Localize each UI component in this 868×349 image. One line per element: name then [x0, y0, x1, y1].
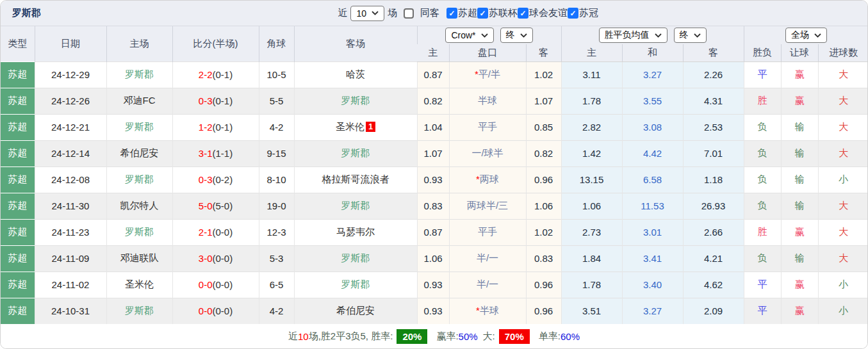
handicap-cell: *半球	[449, 298, 526, 324]
header-away: 客场	[294, 26, 417, 61]
away-team: 罗斯郡	[294, 140, 417, 166]
home-odds: 0.87	[417, 219, 449, 245]
date-cell: 24-10-31	[35, 298, 106, 324]
league-cell: 苏超	[1, 193, 35, 219]
score-cell: 5-0(5-0)	[172, 193, 259, 219]
avg-draw-odds: 4.42	[622, 140, 683, 166]
scope-select[interactable]: 全场	[785, 28, 827, 43]
recent-label: 近	[338, 7, 347, 19]
avg-away-odds: 26.93	[683, 193, 744, 219]
subheader-avg-away: 客	[683, 44, 744, 61]
star-icon: *	[476, 305, 480, 316]
handicap-result: 输	[781, 245, 818, 272]
home-team: 罗斯郡	[106, 114, 172, 140]
match-row: 苏超24-11-09邓迪联队3-0(0-0)5-3罗斯郡1.06半/一0.831…	[1, 245, 868, 272]
odds-time-select[interactable]: 终	[500, 28, 533, 43]
match-row: 苏超24-10-31罗斯郡0-0(0-0)4-2希伯尼安0.93*半球0.963…	[1, 298, 868, 324]
avg-away-odds: 1.18	[683, 166, 744, 193]
home-team: 希伯尼安	[106, 140, 172, 166]
home-odds: 0.93	[417, 298, 449, 324]
match-row: 苏超24-12-08罗斯郡0-3(0-2)8-10格拉斯哥流浪者0.93*两球0…	[1, 166, 868, 193]
home-odds: 0.93	[417, 272, 449, 298]
subheader-avg-home: 主	[561, 44, 622, 61]
league-cell: 苏超	[1, 114, 35, 140]
chevron-down-icon	[372, 11, 379, 15]
wdl-result: 平	[744, 298, 781, 324]
league-checkbox[interactable]: ✓	[477, 8, 488, 19]
home-team: 罗斯郡	[106, 298, 172, 324]
score-cell: 2-2(0-1)	[172, 61, 259, 88]
filter-controls: 近 10 场 同客 ✓苏超✓苏联杯✓球会友谊✓苏冠	[334, 6, 598, 21]
league-cell: 苏超	[1, 219, 35, 245]
away-team: 罗斯郡	[294, 245, 417, 272]
league-checkbox[interactable]: ✓	[518, 8, 528, 19]
avg-away-odds: 2.66	[683, 219, 744, 245]
corners-cell: 4-2	[259, 114, 294, 140]
chevron-down-icon	[520, 33, 527, 38]
win-rate-badge: 20%	[397, 329, 427, 344]
match-row: 苏超24-11-02圣米伦0-0(0-0)6-5罗斯郡0.93半/一0.961.…	[1, 272, 868, 298]
avg-type-select[interactable]: 胜平负均值	[599, 28, 667, 43]
avg-draw-odds: 3.27	[622, 61, 683, 88]
match-row: 苏超24-12-29罗斯郡2-2(0-1)10-5哈茨0.87*平/半1.023…	[1, 61, 868, 88]
score-cell: 3-0(0-0)	[172, 245, 259, 272]
recent-count-select[interactable]: 10	[350, 6, 384, 21]
header-home: 主场	[106, 26, 172, 61]
single-rate-label: 单率:	[539, 330, 561, 343]
bookmaker-select[interactable]: Crow*	[445, 28, 493, 43]
league-checkbox[interactable]: ✓	[446, 8, 457, 19]
subheader-wdl: 胜负	[744, 44, 781, 61]
odds-rate-value: 50%	[459, 331, 478, 342]
home-odds: 0.93	[417, 166, 449, 193]
goals-result: 小	[818, 166, 868, 193]
home-team: 罗斯郡	[106, 219, 172, 245]
big-rate-badge: 70%	[499, 329, 530, 344]
header-score: 比分(半场)	[172, 26, 259, 61]
chevron-down-icon	[814, 33, 821, 38]
score-cell: 0-3(0-1)	[172, 88, 259, 114]
corners-cell: 9-15	[259, 140, 294, 166]
home-team: 罗斯郡	[106, 61, 172, 88]
goals-result: 大	[818, 88, 868, 114]
date-cell: 24-12-14	[35, 140, 106, 166]
avg-home-odds: 1.06	[561, 193, 622, 219]
goals-result: 小	[818, 272, 868, 298]
date-cell: 24-12-21	[35, 114, 106, 140]
away-team: 圣米伦1	[294, 114, 417, 140]
avg-away-odds: 7.01	[683, 140, 744, 166]
goals-result: 小	[818, 298, 868, 324]
league-checkbox[interactable]: ✓	[568, 8, 578, 19]
goals-result: 大	[818, 61, 868, 88]
avg-away-odds: 4.21	[683, 245, 744, 272]
avg-away-odds: 4.31	[683, 88, 744, 114]
score-cell: 0-0(0-0)	[172, 272, 259, 298]
wdl-result: 平	[744, 272, 781, 298]
corners-cell: 19-0	[259, 193, 294, 219]
home-odds: 1.04	[417, 114, 449, 140]
handicap-result: 输	[781, 166, 818, 193]
away-odds: 0.85	[526, 114, 561, 140]
avg-home-odds: 13.15	[561, 166, 622, 193]
score-cell: 0-0(0-0)	[172, 298, 259, 324]
league-cell: 苏超	[1, 140, 35, 166]
home-team: 邓迪FC	[106, 88, 172, 114]
home-odds: 1.06	[417, 245, 449, 272]
wdl-result: 胜	[744, 88, 781, 114]
league-filter-group: ✓苏超✓苏联杯✓球会友谊✓苏冠	[446, 7, 598, 19]
chevron-down-icon	[694, 33, 701, 38]
avg-draw-odds: 3.27	[622, 298, 683, 324]
handicap-result: 赢	[781, 88, 818, 114]
avg-group-header: 胜平负均值 终	[561, 26, 744, 44]
avg-home-odds: 3.51	[561, 298, 622, 324]
corners-cell: 4-2	[259, 298, 294, 324]
avg-draw-odds: 11.53	[622, 193, 683, 219]
summary-footer: 近10场,胜2平3负5, 胜率: 20% 赢率:50% 大: 70% 单率:60…	[1, 324, 867, 349]
away-odds: 0.83	[526, 245, 561, 272]
summary-count: 10	[298, 331, 309, 342]
avg-draw-odds: 3.01	[622, 219, 683, 245]
avg-away-odds: 4.62	[683, 272, 744, 298]
same-away-checkbox[interactable]	[404, 8, 414, 19]
avg-time-select[interactable]: 终	[674, 28, 707, 43]
away-odds: 0.96	[526, 272, 561, 298]
date-cell: 24-12-08	[35, 166, 106, 193]
